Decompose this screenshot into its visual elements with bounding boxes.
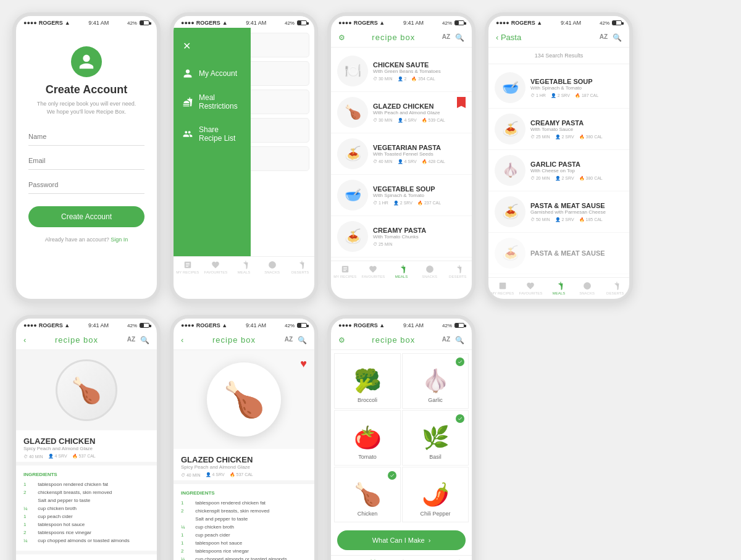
search-veg-soup[interactable]: 🥣 VEGETABLE SOUP With Spinach & Tomato ⏱… [488, 67, 629, 109]
search-garlic-pasta[interactable]: 🧄 GARLIC PASTA With Cheese on Top ⏱ 20 M… [488, 150, 629, 191]
s3-nav-favourites[interactable]: FAVOURITES [359, 261, 388, 282]
s3-battery-icon [454, 20, 464, 25]
screen-create-account: ●●●● ROGERS ▲ 9:41 AM 42% Create Account… [12, 12, 161, 303]
ingredient-broccoli[interactable]: 🥦 Broccoli [334, 353, 401, 409]
back-button[interactable]: ‹ Pasta [496, 33, 521, 42]
s4-search-button[interactable]: 🔍 [613, 33, 622, 42]
recipe-row-veg-pasta[interactable]: 🍝 VEGETARIAN PASTA With Toasted Fennel S… [331, 133, 472, 175]
ingredient-1: 1 tablespoon rendered chicken fat [23, 480, 149, 488]
s7-settings-icon[interactable]: ⚙ [338, 336, 345, 345]
nav-my-recipes[interactable]: MY RECIPES [174, 257, 202, 278]
s3-bottom-nav: MY RECIPES FAVOURITES MEALS SNACKS DESER… [331, 261, 472, 282]
nav-favourites[interactable]: FAVOURITES [202, 257, 230, 278]
veg-soup-meta: ⏱ 1 HR 👤 2 SRV 🔥 237 CAL [373, 201, 461, 206]
search-recipe-list: 🥣 VEGETABLE SOUP With Spinach & Tomato ⏱… [488, 64, 629, 277]
what-can-i-make-button[interactable]: What Can I Make › [337, 530, 466, 550]
nav-deserts[interactable]: DESERTS [286, 257, 314, 278]
recipe-row-veg-soup[interactable]: 🥣 VEGETABLE SOUP With Spinach & Tomato ⏱… [331, 175, 472, 216]
signin-link[interactable]: Sign In [111, 236, 128, 243]
s5-search-button[interactable]: 🔍 [140, 336, 149, 345]
menu-my-account-label: My Account [199, 69, 237, 78]
ingredient-3: Salt and pepper to taste [23, 496, 149, 504]
s2-carrier: ●●●● ROGERS ▲ [181, 20, 228, 26]
ingredient-basil[interactable]: 🌿 Basil [402, 410, 469, 466]
password-input[interactable] [28, 176, 144, 194]
veg-pasta-time: ⏱ 40 MIN [373, 159, 393, 164]
ingredient-tomato[interactable]: 🍅 Tomato [334, 410, 401, 466]
menu-item-my-account[interactable]: My Account [174, 61, 251, 86]
battery-pct: 42% [127, 20, 137, 26]
recipe-row-chicken-saute[interactable]: 🍽️ CHICKEN SAUTE With Green Beans & Toma… [331, 51, 472, 92]
s4-nav-meals[interactable]: MEALS [545, 278, 573, 299]
nav-meals[interactable]: MEALS [230, 257, 258, 278]
s6-recipe-cal: 🔥 537 CAL [230, 472, 253, 477]
s6-ingredient-3: Salt and pepper to taste [181, 515, 307, 523]
s4-nav-deserts-label: DESERTS [606, 291, 624, 295]
create-account-button[interactable]: Create Account [28, 206, 144, 227]
s7-search-button[interactable]: 🔍 [455, 336, 464, 345]
chicken-saute-time: ⏱ 30 MIN [373, 77, 393, 81]
s7-nav-deserts[interactable]: DESERTS [443, 556, 472, 560]
menu-share-label: Share Recipe List [199, 125, 241, 143]
search-creamy-pasta[interactable]: 🍝 CREAMY PASTA With Tomato Sauce ⏱ 25 MI… [488, 109, 629, 150]
garlic-icon: 🧄 [422, 368, 450, 394]
s4-nav-favourites[interactable]: FAVOURITES [517, 278, 545, 299]
s3-nav-meals[interactable]: MEALS [387, 261, 416, 282]
s7-sort-az-icon[interactable]: AZ [442, 336, 450, 345]
search-garlic-pasta-meta: ⏱ 20 MIN 👤 2 SRV 🔥 380 CAL [530, 176, 618, 181]
recipe-row-creamy-pasta[interactable]: 🍝 CREAMY PASTA With Tomato Chunks ⏱ 25 M… [331, 216, 472, 257]
s4-app-header: ‹ Pasta AZ 🔍 [488, 28, 629, 48]
garlic-checkmark [456, 357, 464, 366]
s6-sort-az-icon[interactable]: AZ [285, 336, 293, 345]
veg-soup-cal: 🔥 237 CAL [417, 201, 441, 206]
search-pasta-meat-thumb: 🍝 [495, 196, 525, 227]
s4-nav-snacks[interactable]: SNACKS [573, 278, 601, 299]
ingredient-garlic[interactable]: 🧄 Garlic [402, 353, 469, 409]
menu-item-meal-restrictions[interactable]: Meal Restrictions [174, 86, 251, 118]
s3-nav-meals-label: MEALS [395, 275, 408, 278]
s4-nav-deserts[interactable]: DESERTS [601, 278, 629, 299]
s5-sort-az-icon[interactable]: AZ [127, 336, 135, 345]
favourite-heart-button[interactable]: ♥ [300, 357, 307, 370]
search-pasta-meat2[interactable]: 🍝 PASTA & MEAT SAUSE [488, 233, 629, 274]
nav-snacks[interactable]: SNACKS [258, 257, 287, 278]
recipe-row-glazed-chicken[interactable]: 🍗 GLAZED CHICKEN With Peach and Almond G… [331, 92, 472, 133]
recipe-detail-meta: ⏱ 40 MIN 👤 4 SRV 🔥 537 CAL [23, 454, 149, 459]
menu-close-button[interactable]: ✕ [174, 37, 251, 61]
search-results-count: 134 Search Results [488, 48, 629, 64]
s7-nav-snacks[interactable]: SNACKS [416, 556, 444, 560]
s4-sort-az-icon[interactable]: AZ [600, 33, 608, 42]
menu-item-share[interactable]: Share Recipe List [174, 118, 251, 150]
ingredient-chili[interactable]: 🌶️ Chili Pepper [402, 467, 469, 522]
tomato-label: Tomato [358, 454, 377, 460]
search-veg-soup-time: ⏱ 1 HR [530, 93, 546, 98]
s7-nav-meals[interactable]: MEALS [387, 556, 416, 560]
search-button[interactable]: 🔍 [455, 33, 464, 42]
search-pasta-meat-name: PASTA & MEAT SAUSE [530, 202, 618, 209]
email-input[interactable] [28, 152, 144, 170]
ingredient-chicken[interactable]: 🍗 Chicken [334, 467, 401, 522]
veg-soup-serving: 👤 2 SRV [393, 201, 412, 206]
recipe-hero: 🍗 [16, 350, 157, 430]
name-input[interactable] [28, 128, 144, 146]
glazed-chicken-thumb: 🍗 [337, 97, 368, 128]
s3-nav-snacks[interactable]: SNACKS [416, 261, 444, 282]
s6-ingredient-8: ¼ cup chopped almonds or toasted almonds [181, 555, 307, 560]
s6-app-header: ‹ recipe box AZ 🔍 [174, 330, 314, 350]
s7-nav-my-recipes[interactable]: MY RECIPES [331, 556, 359, 560]
sort-az-icon[interactable]: AZ [442, 33, 450, 42]
broccoli-label: Broccoli [358, 397, 377, 403]
s4-nav-my-recipes-label: MY RECIPES [491, 291, 514, 295]
settings-icon[interactable]: ⚙ [338, 33, 345, 42]
s3-nav-deserts[interactable]: DESERTS [443, 261, 472, 282]
s7-nav-ingredients[interactable]: INGREDIENTS [359, 556, 388, 560]
s6-search-button[interactable]: 🔍 [298, 336, 307, 345]
nav-meals-label: MEALS [238, 270, 250, 274]
s4-nav-my-recipes[interactable]: MY RECIPES [488, 278, 517, 299]
s6-ingredient-2: 2 chickensplt breasts, skin removed [181, 507, 307, 515]
s4-carrier: ●●●● ROGERS ▲ [496, 20, 542, 26]
s2-battery: 42% [285, 20, 307, 26]
battery-icon [140, 20, 149, 25]
search-pasta-meat[interactable]: 🍝 PASTA & MEAT SAUSE Garnished with Parm… [488, 191, 629, 233]
s3-nav-my-recipes[interactable]: MY RECIPES [331, 261, 359, 282]
